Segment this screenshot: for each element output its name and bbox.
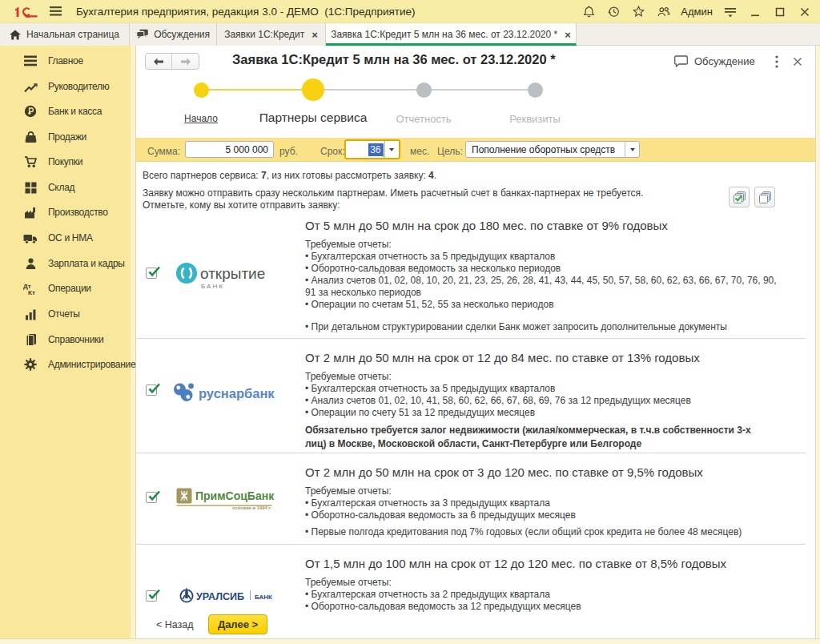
1c-logo-icon xyxy=(13,4,38,19)
report-item: Бухгалтерская отчетность за 3 предыдущих… xyxy=(305,497,806,509)
notifications-bell-icon[interactable] xyxy=(577,0,601,23)
sidebar-item-label: Операции xyxy=(48,283,91,294)
chevron-down-icon xyxy=(630,148,635,151)
bank-row-primsocbank: ПримСоцБанк основан в 1994 г. От 2 млн д… xyxy=(136,453,806,544)
bank-offer: От 2 млн до 50 млн на срок от 12 до 84 м… xyxy=(305,339,806,365)
truck-icon xyxy=(23,231,38,245)
sidebar-item-main[interactable]: Главное xyxy=(0,50,136,71)
check-all-button[interactable] xyxy=(729,187,750,207)
partners-total: 7 xyxy=(261,170,267,181)
current-user[interactable]: Админ xyxy=(676,6,718,18)
sidebar-item-manager[interactable]: Руководителю xyxy=(0,76,136,97)
purpose-value: Пополнение оборотных средств xyxy=(466,142,625,157)
close-form-icon[interactable] xyxy=(791,54,804,69)
back-step-button[interactable]: < Назад xyxy=(156,619,194,630)
sections-panel: Главное Руководителю Бан xyxy=(0,46,136,638)
service-menu-icon[interactable] xyxy=(718,0,742,23)
tab-home[interactable]: Начальная страница xyxy=(0,23,130,46)
sidebar-item-production[interactable]: Производство xyxy=(0,202,136,223)
report-item: Оборотно-сальдовая ведомость за нескольк… xyxy=(305,263,806,275)
step-dot-partners[interactable] xyxy=(302,78,324,101)
bank-checkbox[interactable] xyxy=(146,492,157,503)
svg-text:открытие: открытие xyxy=(200,265,265,282)
tab-close-icon[interactable]: × xyxy=(565,29,571,41)
amount-input[interactable] xyxy=(185,141,274,158)
svg-text:основан в 1994 г.: основан в 1994 г. xyxy=(232,505,271,509)
check-icon xyxy=(147,489,163,505)
reports-label: Требуемые отчеты: xyxy=(305,577,806,589)
chevron-down-icon xyxy=(389,148,394,151)
minimize-button[interactable] xyxy=(742,0,767,23)
grid-icon xyxy=(23,180,38,195)
check-icon xyxy=(147,588,163,604)
uncheck-all-button[interactable] xyxy=(754,187,775,207)
users-icon[interactable] xyxy=(651,0,676,23)
term-dropdown-button[interactable] xyxy=(384,141,399,158)
more-menu-icon[interactable] xyxy=(771,54,782,69)
forward-arrow-icon xyxy=(180,58,191,66)
report-item: Оборотно-сальдовая ведомость за 12 преды… xyxy=(305,601,806,613)
tab-label: Обсуждения xyxy=(154,29,210,40)
report-item: Бухгалтерская отчетность за 5 предыдущих… xyxy=(305,383,806,395)
purpose-label: Цель: xyxy=(437,146,463,157)
close-window-button[interactable] xyxy=(792,0,817,23)
workspace: Главное Руководителю Бан xyxy=(0,46,820,638)
main-menu-icon[interactable] xyxy=(50,6,62,16)
report-item: Бухгалтерская отчетность за 2 предыдущих… xyxy=(305,589,806,601)
otkritie-bank-logo: открытие БАНК xyxy=(171,257,280,292)
discussions-icon xyxy=(136,29,148,40)
maximize-button[interactable] xyxy=(767,0,792,23)
sidebar-item-reports[interactable]: Отчеты xyxy=(0,304,136,324)
sidebar-item-label: Производство xyxy=(48,207,108,218)
forward-button[interactable] xyxy=(172,54,199,69)
sidebar-item-directories[interactable]: Справочники xyxy=(0,329,136,350)
sidebar-item-label: Администрирование xyxy=(48,359,135,370)
next-step-button[interactable]: Далее > xyxy=(208,614,267,634)
discussion-button[interactable]: Обсуждение xyxy=(674,55,755,67)
bank-offer: От 1,5 млн до 100 млн на срок от 12 до 1… xyxy=(305,545,806,571)
step-dot-details xyxy=(528,83,543,98)
favorites-star-icon[interactable] xyxy=(626,0,651,23)
bank-offer: От 2 млн до 50 млн на срок от 3 до 120 м… xyxy=(305,453,806,480)
window-bottom-border xyxy=(0,638,820,644)
term-value-selected: 36 xyxy=(368,143,382,156)
sidebar-item-sales[interactable]: Продажи xyxy=(0,127,136,147)
step-label-start[interactable]: Начало xyxy=(184,113,218,124)
sidebar-item-operations[interactable]: Дт Кт Операции xyxy=(0,278,136,299)
step-label-partners: Партнеры сервиса xyxy=(259,111,368,125)
term-input[interactable]: 36 xyxy=(344,139,400,159)
tab-label: Заявка 1С:Кредит 5 млн на 36 мес. от 23.… xyxy=(331,29,557,40)
history-icon[interactable] xyxy=(601,0,626,23)
stepper-segment-todo xyxy=(313,89,424,91)
tab-close-icon[interactable]: × xyxy=(312,29,318,41)
sidebar-item-payroll-hr[interactable]: Зарплата и кадры xyxy=(0,253,136,274)
bank-checkbox[interactable] xyxy=(146,590,157,602)
sidebar-item-purchases[interactable]: Покупки xyxy=(0,151,136,172)
window-right-border xyxy=(815,46,820,638)
bank-checkbox[interactable] xyxy=(146,268,157,279)
page-title: Заявка 1С:Кредит 5 млн на 36 мес. от 23.… xyxy=(232,52,556,67)
tab-discussions[interactable]: Обсуждения xyxy=(130,23,217,46)
sidebar-item-administration[interactable]: Администрирование xyxy=(0,354,136,375)
window-title: Бухгалтерия предприятия, редакция 3.0 - … xyxy=(76,6,416,18)
step-label-reports: Отчетность xyxy=(396,113,451,125)
amount-label: Сумма: xyxy=(147,146,180,157)
app-window: Бухгалтерия предприятия, редакция 3.0 - … xyxy=(0,0,820,644)
sidebar-item-label: Главное xyxy=(48,55,83,66)
tab-credit-requests[interactable]: Заявки 1С:Кредит × xyxy=(217,23,326,46)
tab-credit-request-active[interactable]: Заявка 1С:Кредит 5 млн на 36 мес. от 23.… xyxy=(326,23,577,46)
sidebar-item-fixed-assets[interactable]: ОС и НМА xyxy=(0,227,136,248)
back-button[interactable] xyxy=(146,54,172,69)
step-dot-start[interactable] xyxy=(194,83,209,98)
uralsib-bank-logo: УРАЛСИБ БАНК xyxy=(171,586,280,605)
sidebar-item-bank-cash[interactable]: Банк и касса xyxy=(0,101,136,122)
ruble-icon xyxy=(23,104,38,119)
report-item: Операции по счетам 51, 52, 55 за несколь… xyxy=(305,299,806,311)
bank-checkbox[interactable] xyxy=(146,384,157,396)
person-icon xyxy=(23,256,38,271)
bank-row-otkritie: открытие БАНК От 5 млн до 50 млн на срок… xyxy=(136,207,806,338)
sidebar-item-warehouse[interactable]: Склад xyxy=(0,177,136,198)
bank-row-rusnarbank: руснарбанк От 2 млн до 50 млн на срок от… xyxy=(136,338,806,453)
purpose-dropdown-button[interactable] xyxy=(625,142,639,157)
purpose-select[interactable]: Пополнение оборотных средств xyxy=(465,141,640,158)
